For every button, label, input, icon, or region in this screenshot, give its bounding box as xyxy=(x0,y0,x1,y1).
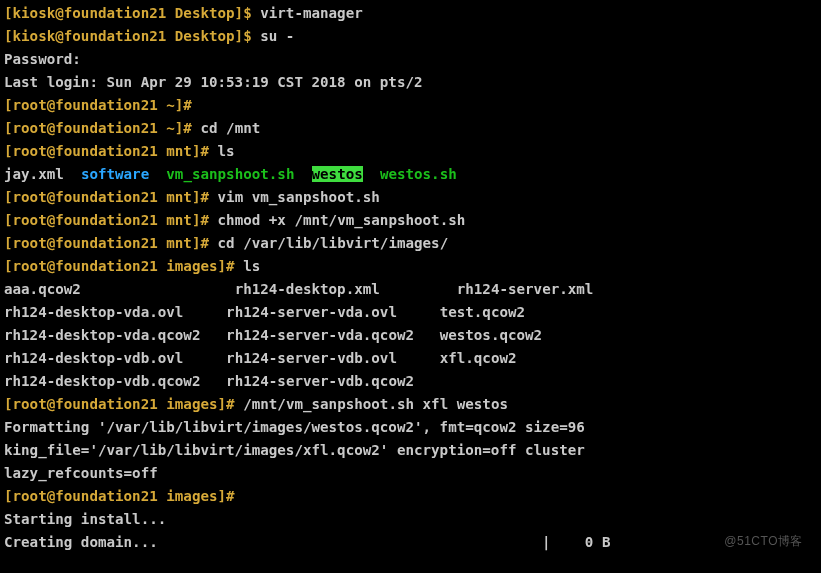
prompt-root: [root@foundation21 mnt]# xyxy=(4,235,218,251)
cmd-virt-manager: virt-manager xyxy=(260,5,363,21)
line-ls-out5: rh124-desktop-vdb.qcow2 rh124-server-vdb… xyxy=(4,370,817,393)
cmd-cd-mnt: cd /mnt xyxy=(200,120,260,136)
cmd-cd-images: cd /var/lib/libvirt/images/ xyxy=(218,235,449,251)
line-password: Password: xyxy=(4,48,817,71)
cmd-run-script: /mnt/vm_sanpshoot.sh xfl westos xyxy=(243,396,508,412)
line-ls-mnt-out: jay.xml software vm_sanpshoot.sh westos … xyxy=(4,163,817,186)
dir-software: software xyxy=(81,166,149,182)
cmd-ls: ls xyxy=(218,143,235,159)
prompt-kiosk: [kiosk@foundation21 Desktop]$ xyxy=(4,5,260,21)
prompt-kiosk: [kiosk@foundation21 Desktop]$ xyxy=(4,28,260,44)
line-virt-manager: [kiosk@foundation21 Desktop]$ virt-manag… xyxy=(4,2,817,25)
line-ls-out1: aaa.qcow2 rh124-desktop.xml rh124-server… xyxy=(4,278,817,301)
line-formatting: Formatting '/var/lib/libvirt/images/west… xyxy=(4,416,817,439)
line-ls-out4: rh124-desktop-vdb.ovl rh124-server-vdb.o… xyxy=(4,347,817,370)
file-vm-sanpshoot: vm_sanpshoot.sh xyxy=(166,166,294,182)
line-cd-images: [root@foundation21 mnt]# cd /var/lib/lib… xyxy=(4,232,817,255)
line-lastlogin: Last login: Sun Apr 29 10:53:19 CST 2018… xyxy=(4,71,817,94)
prompt-root: [root@foundation21 images]# xyxy=(4,488,235,504)
prompt-root: [root@foundation21 images]# xyxy=(4,396,243,412)
line-cd-mnt: [root@foundation21 ~]# cd /mnt xyxy=(4,117,817,140)
line-chmod: [root@foundation21 mnt]# chmod +x /mnt/v… xyxy=(4,209,817,232)
line-su: [kiosk@foundation21 Desktop]$ su - xyxy=(4,25,817,48)
cmd-ls: ls xyxy=(243,258,260,274)
file-jay-xml: jay.xml xyxy=(4,166,81,182)
watermark: @51CTO博客 xyxy=(724,530,803,553)
prompt-root: [root@foundation21 mnt]# xyxy=(4,212,218,228)
terminal-output[interactable]: [kiosk@foundation21 Desktop]$ virt-manag… xyxy=(0,0,821,556)
file-westos-sh: westos.sh xyxy=(380,166,457,182)
prompt-root: [root@foundation21 ~]# xyxy=(4,120,200,136)
line-starting-install: Starting install... xyxy=(4,508,817,531)
prompt-root: [root@foundation21 ~]# xyxy=(4,97,192,113)
line-formatting2: king_file='/var/lib/libvirt/images/xfl.q… xyxy=(4,439,817,462)
line-ls-out2: rh124-desktop-vda.ovl rh124-server-vda.o… xyxy=(4,301,817,324)
prompt-root: [root@foundation21 mnt]# xyxy=(4,189,218,205)
dir-westos: westos xyxy=(312,166,363,182)
line-ls-mnt: [root@foundation21 mnt]# ls xyxy=(4,140,817,163)
line-prompt-empty: [root@foundation21 images]# xyxy=(4,485,817,508)
cmd-su: su - xyxy=(260,28,294,44)
prompt-root: [root@foundation21 mnt]# xyxy=(4,143,218,159)
line-root-home: [root@foundation21 ~]# xyxy=(4,94,817,117)
line-run-script: [root@foundation21 images]# /mnt/vm_sanp… xyxy=(4,393,817,416)
cmd-chmod: chmod +x /mnt/vm_sanpshoot.sh xyxy=(218,212,466,228)
line-formatting3: lazy_refcounts=off xyxy=(4,462,817,485)
line-vim: [root@foundation21 mnt]# vim vm_sanpshoo… xyxy=(4,186,817,209)
prompt-root: [root@foundation21 images]# xyxy=(4,258,243,274)
cmd-vim: vim vm_sanpshoot.sh xyxy=(218,189,380,205)
line-ls-images: [root@foundation21 images]# ls xyxy=(4,255,817,278)
line-creating-domain: Creating domain... | 0 B xyxy=(4,531,817,554)
line-ls-out3: rh124-desktop-vda.qcow2 rh124-server-vda… xyxy=(4,324,817,347)
